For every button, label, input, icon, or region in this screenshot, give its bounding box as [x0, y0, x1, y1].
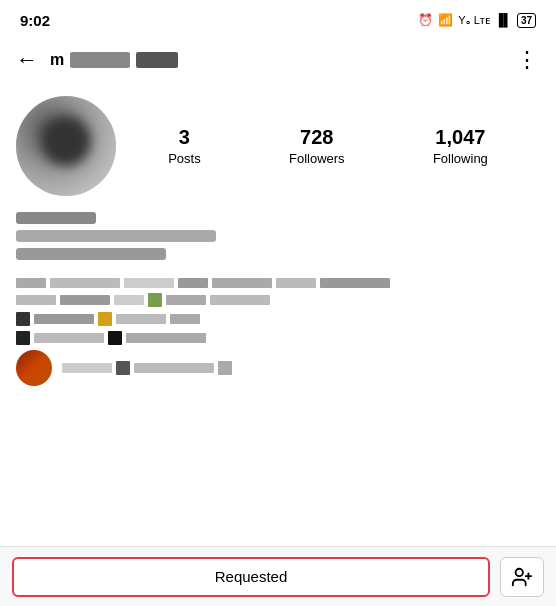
pixel-block — [34, 314, 94, 324]
battery-indicator: 37 — [517, 13, 536, 28]
wifi-icon: 📶 — [438, 13, 453, 27]
pixel-block — [62, 363, 112, 373]
requested-button[interactable]: Requested — [12, 557, 490, 597]
pixel-block-green — [148, 293, 162, 307]
pixel-row-3 — [16, 312, 540, 326]
following-label: Following — [433, 151, 488, 166]
pixel-block-yellow — [98, 312, 112, 326]
followers-stat[interactable]: 728 Followers — [289, 126, 345, 166]
pixel-block — [126, 333, 206, 343]
signal-icon: Yₒ Lтᴇ — [458, 14, 490, 27]
nav-bar: ← m ⋮ — [0, 36, 556, 84]
username-blur-part2 — [136, 52, 178, 68]
bio-line-3 — [16, 248, 166, 260]
pixel-block — [218, 361, 232, 375]
pixel-block — [16, 278, 46, 288]
pixel-block — [34, 333, 104, 343]
pixel-row-5 — [16, 350, 540, 386]
nav-left: ← m — [16, 47, 178, 73]
avatar-overlay — [41, 116, 91, 166]
status-time: 9:02 — [20, 12, 50, 29]
username-blur-part1 — [70, 52, 130, 68]
pixel-row-4 — [16, 331, 540, 345]
posts-stat: 3 Posts — [168, 126, 201, 166]
bio-line-2 — [16, 230, 216, 242]
pixel-block — [50, 278, 120, 288]
pixel-block — [166, 295, 206, 305]
following-stat[interactable]: 1,047 Following — [433, 126, 488, 166]
username-initial: m — [50, 51, 64, 69]
content-area — [0, 272, 556, 452]
svg-point-0 — [516, 568, 523, 575]
add-person-button[interactable] — [500, 557, 544, 597]
bottom-actions: Requested — [0, 546, 556, 606]
more-options-button[interactable]: ⋮ — [516, 47, 540, 73]
pixel-block — [116, 314, 166, 324]
pixel-avatar — [16, 350, 52, 386]
profile-section: 3 Posts 728 Followers 1,047 Following — [0, 84, 556, 204]
pixel-block — [320, 278, 390, 288]
pixel-block — [116, 361, 130, 375]
add-person-icon — [511, 566, 533, 588]
pixel-block — [170, 314, 200, 324]
profile-stats: 3 Posts 728 Followers 1,047 Following — [116, 126, 540, 166]
avatar — [16, 96, 116, 196]
bio-area — [0, 204, 556, 272]
pixel-block — [124, 278, 174, 288]
pixel-block-dark — [16, 312, 30, 326]
signal-bars: ▐▌ — [495, 13, 512, 27]
posts-label: Posts — [168, 151, 201, 166]
pixel-block — [276, 278, 316, 288]
alarm-icon: ⏰ — [418, 13, 433, 27]
pixel-block-dark2 — [16, 331, 30, 345]
pixel-row-2 — [16, 293, 540, 307]
bio-line-1 — [16, 212, 96, 224]
pixel-block — [16, 295, 56, 305]
followers-count: 728 — [300, 126, 333, 149]
followers-label: Followers — [289, 151, 345, 166]
status-bar: 9:02 ⏰ 📶 Yₒ Lтᴇ ▐▌ 37 — [0, 0, 556, 36]
back-button[interactable]: ← — [16, 47, 38, 73]
following-count: 1,047 — [435, 126, 485, 149]
pixel-block — [212, 278, 272, 288]
pixel-block — [134, 363, 214, 373]
status-icons: ⏰ 📶 Yₒ Lтᴇ ▐▌ 37 — [418, 13, 536, 28]
pixel-block — [114, 295, 144, 305]
username-container: m — [50, 51, 178, 69]
pixel-block — [60, 295, 110, 305]
pixel-block — [210, 295, 270, 305]
posts-count: 3 — [179, 126, 190, 149]
pixel-block — [178, 278, 208, 288]
pixel-block-dark3 — [108, 331, 122, 345]
pixel-row-1 — [16, 278, 540, 288]
